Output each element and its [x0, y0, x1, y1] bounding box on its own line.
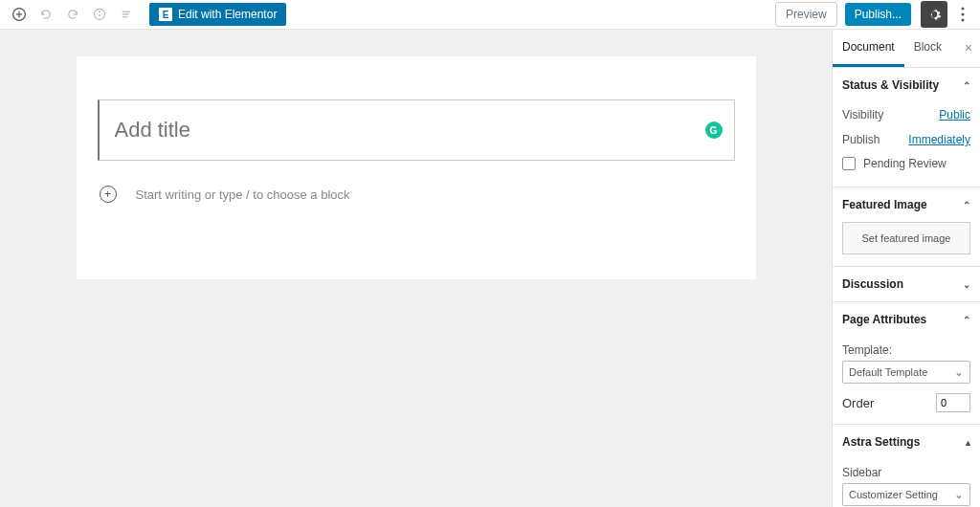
tab-block[interactable]: Block	[904, 30, 951, 67]
publish-value-link[interactable]: Immediately	[908, 133, 970, 146]
set-featured-image-button[interactable]: Set featured image	[842, 222, 970, 254]
astra-sidebar-select[interactable]: Customizer Setting	[842, 483, 970, 506]
dots-icon	[961, 7, 965, 22]
svg-point-5	[100, 11, 100, 12]
title-block[interactable]: G	[98, 99, 735, 161]
template-select[interactable]: Default Template	[842, 361, 970, 384]
elementor-label: Edit with Elementor	[178, 8, 277, 21]
add-block-inline-button[interactable]: +	[100, 186, 117, 203]
panel-page-attr-header[interactable]: Page Attributes ⌃	[833, 302, 980, 337]
visibility-label: Visibility	[842, 108, 883, 121]
panel-featured-image: Featured Image ⌃ Set featured image	[833, 187, 980, 267]
settings-sidebar: Document Block × Status & Visibility ⌃ V…	[832, 30, 980, 507]
close-sidebar-button[interactable]: ×	[957, 30, 980, 67]
panel-status-header[interactable]: Status & Visibility ⌃	[833, 68, 980, 102]
pending-review-label: Pending Review	[863, 157, 947, 170]
panel-page-attributes: Page Attributes ⌃ Template: Default Temp…	[833, 302, 980, 425]
svg-point-10	[962, 13, 965, 16]
template-label: Template:	[842, 343, 970, 357]
panel-featured-header[interactable]: Featured Image ⌃	[833, 187, 980, 222]
panel-discussion-header[interactable]: Discussion ⌄	[833, 267, 980, 301]
grammarly-icon[interactable]: G	[705, 121, 723, 139]
panel-status: Status & Visibility ⌃ Visibility Public …	[833, 68, 980, 187]
page-surface: G + Start writing or type / to choose a …	[77, 56, 756, 279]
title-input[interactable]	[115, 118, 686, 143]
visibility-value-link[interactable]: Public	[939, 108, 970, 121]
undo-button[interactable]	[34, 3, 57, 26]
chevron-up-icon: ⌃	[963, 200, 970, 210]
settings-button[interactable]	[921, 1, 947, 28]
chevron-up-icon: ▴	[966, 437, 970, 448]
preview-button[interactable]: Preview	[775, 2, 837, 27]
info-button[interactable]	[88, 3, 111, 26]
tab-document[interactable]: Document	[833, 30, 904, 67]
panel-astra-header[interactable]: Astra Settings ▴	[833, 425, 980, 459]
redo-button[interactable]	[61, 3, 84, 26]
panel-discussion: Discussion ⌄	[833, 267, 980, 302]
svg-point-9	[962, 8, 965, 11]
editor-canvas: G + Start writing or type / to choose a …	[0, 30, 832, 507]
svg-point-11	[962, 19, 965, 22]
add-block-button[interactable]	[8, 3, 31, 26]
sidebar-tabs: Document Block ×	[833, 30, 980, 68]
astra-sidebar-label: Sidebar	[842, 466, 970, 479]
panel-astra: Astra Settings ▴ Sidebar Customizer Sett…	[833, 425, 980, 507]
edit-elementor-button[interactable]: E Edit with Elementor	[149, 3, 286, 26]
pending-review-checkbox[interactable]	[842, 157, 856, 170]
chevron-down-icon: ⌄	[963, 279, 970, 290]
order-input[interactable]	[936, 393, 970, 412]
chevron-up-icon: ⌃	[963, 80, 970, 91]
top-toolbar: E Edit with Elementor Preview Publish...	[0, 0, 980, 30]
publish-label: Publish	[842, 133, 880, 146]
order-label: Order	[842, 396, 874, 410]
body-placeholder[interactable]: Start writing or type / to choose a bloc…	[136, 187, 350, 202]
gear-icon	[926, 7, 942, 22]
more-menu-button[interactable]	[953, 1, 972, 28]
publish-button[interactable]: Publish...	[845, 3, 911, 26]
chevron-up-icon: ⌃	[963, 315, 970, 325]
elementor-icon: E	[159, 8, 172, 21]
outline-button[interactable]	[115, 3, 138, 26]
